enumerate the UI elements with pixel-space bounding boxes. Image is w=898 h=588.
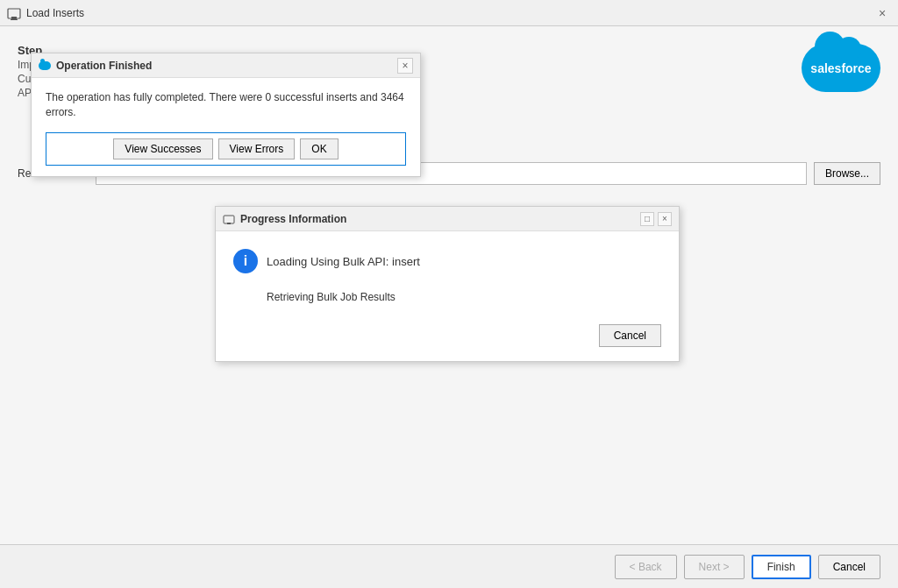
info-icon: i [233, 249, 258, 273]
ok-button[interactable]: OK [300, 138, 338, 159]
progress-close-button[interactable]: × [658, 212, 672, 226]
bottom-bar: < Back Next > Finish Cancel [0, 544, 898, 588]
svg-rect-4 [227, 223, 231, 224]
progress-information-dialog: Progress Information □ × i Loading Using… [215, 206, 680, 362]
operation-dialog-message: The operation has fully completed. There… [46, 90, 406, 120]
operation-dialog-body: The operation has fully completed. There… [32, 78, 420, 176]
progress-dialog-icon [223, 214, 235, 224]
back-button[interactable]: < Back [615, 555, 677, 579]
app-icon [7, 6, 21, 20]
operation-dialog-buttons: View Successes View Errors OK [46, 132, 406, 166]
operation-dialog-title-text: Operation Finished [56, 60, 152, 72]
operation-dialog-title-bar: Operation Finished × [32, 53, 420, 78]
svg-rect-3 [224, 216, 234, 223]
main-content: Step Impo Curre API Li salesforce Result… [0, 26, 898, 544]
progress-dialog-body: i Loading Using Bulk API: insert Retriev… [216, 231, 679, 361]
title-bar-close-button[interactable]: × [873, 4, 891, 22]
finish-button[interactable]: Finish [752, 555, 811, 579]
sf-dialog-icon [39, 61, 51, 70]
sf-cloud-shape: salesforce [802, 44, 880, 92]
browse-button[interactable]: Browse... [814, 162, 880, 185]
progress-loading-text: Loading Using Bulk API: insert [267, 255, 420, 268]
progress-dialog-actions: □ × [640, 212, 672, 226]
title-bar-left: Load Inserts [7, 6, 84, 20]
next-button[interactable]: Next > [684, 555, 745, 579]
operation-finished-dialog: Operation Finished × The operation has f… [31, 53, 421, 177]
progress-cancel-button[interactable]: Cancel [599, 324, 661, 347]
sf-logo-text: salesforce [810, 61, 871, 75]
progress-minimize-button[interactable]: □ [640, 212, 654, 226]
operation-dialog-title-left: Operation Finished [39, 60, 152, 72]
title-bar: Load Inserts × [0, 0, 898, 26]
view-errors-button[interactable]: View Errors [218, 138, 296, 159]
title-bar-title: Load Inserts [26, 7, 84, 19]
cancel-button[interactable]: Cancel [818, 555, 880, 579]
progress-loading-row: i Loading Using Bulk API: insert [233, 249, 661, 273]
view-successes-button[interactable]: View Successes [113, 138, 212, 159]
svg-rect-1 [11, 17, 17, 19]
svg-rect-2 [11, 19, 18, 20]
progress-status-text: Retrieving Bulk Job Results [267, 291, 661, 303]
progress-dialog-title-text: Progress Information [240, 213, 346, 225]
progress-dialog-title-left: Progress Information [223, 213, 346, 225]
progress-dialog-title-bar: Progress Information □ × [216, 207, 679, 231]
operation-dialog-close-button[interactable]: × [397, 58, 413, 74]
progress-cancel-row: Cancel [233, 317, 661, 347]
salesforce-logo: salesforce [802, 44, 880, 92]
